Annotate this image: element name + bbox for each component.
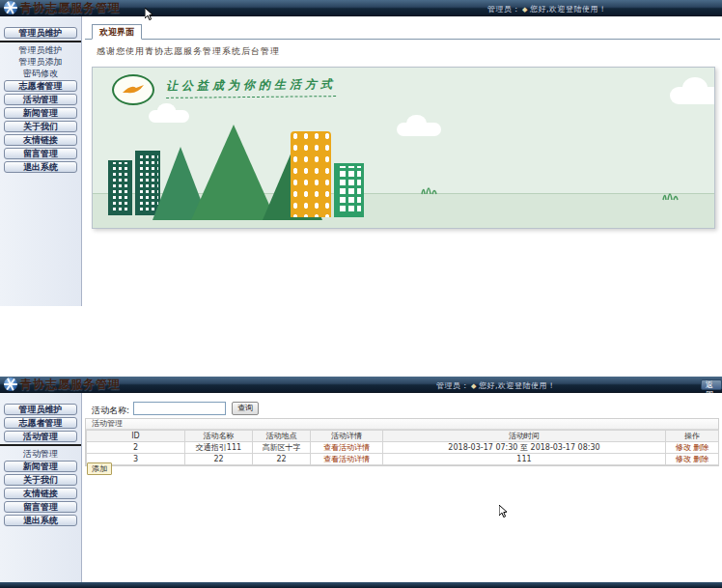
bottom-header-bar: 青协志愿服务管理 管理员：◆您好,欢迎登陆使用！ 返回 — [0, 377, 722, 393]
yellow-building-icon — [291, 131, 331, 217]
admin-label: 管理员： — [487, 5, 520, 14]
add-button[interactable]: 添加 — [87, 462, 112, 475]
sidebar-item-message-management[interactable]: 留言管理 — [4, 501, 77, 513]
mouse-cursor-icon — [145, 8, 154, 21]
sidebar-item-friendly-links[interactable]: 友情链接 — [4, 488, 77, 499]
sidebar-screen1: 管理员维护 管理员维护 管理员添加 密码修改 志愿者管理 活动管理 新闻管理 关… — [0, 16, 82, 306]
sidebar-active-separator — [0, 444, 81, 446]
app-logo-globe-icon — [4, 378, 17, 391]
col-header-activity-detail: 活动详情 — [311, 431, 383, 442]
view-detail-link[interactable]: 查看活动详情 — [323, 443, 370, 452]
query-button[interactable]: 查询 — [232, 402, 259, 415]
admin-label: 管理员： — [436, 381, 469, 390]
delete-link[interactable]: 删除 — [693, 455, 708, 463]
mouse-cursor-icon — [499, 505, 509, 518]
greeting-bullet-icon: ◆ — [522, 6, 528, 14]
col-header-activity-time: 活动时间 — [383, 431, 666, 442]
page: 青协志愿服务管理 管理员：◆您好,欢迎登陆使用！ 管理员维护 管理员维护 管理员… — [0, 0, 722, 588]
activity-table-panel: 活动管理 ID 活动名称 活动地点 活动详情 活动时间 操作 2 交通指引111… — [85, 418, 719, 466]
sidebar-item-about-us[interactable]: 关于我们 — [4, 121, 77, 132]
cloud-icon — [670, 87, 715, 104]
cell-activity-name: 交通指引111 — [185, 442, 253, 454]
cell-activity-time: 111 — [383, 454, 666, 465]
banner-slogan: 让公益成为你的生活方式 — [166, 76, 336, 98]
sidebar-sub-admin-maintain[interactable]: 管理员维护 — [0, 44, 81, 56]
sidebar-active-separator — [0, 41, 81, 42]
admin-greeting: 管理员：◆您好,欢迎登陆使用！ — [487, 4, 606, 14]
sidebar-item-admin-maintenance[interactable]: 管理员维护 — [4, 27, 77, 39]
sidebar-item-news-management[interactable]: 新闻管理 — [4, 107, 77, 119]
table-row: 3 22 22 查看活动详情 111 修改 删除 — [87, 454, 719, 465]
welcome-text: 感谢您使用青协志愿服务管理系统后台管理 — [97, 45, 280, 58]
table-header-row: ID 活动名称 活动地点 活动详情 活动时间 操作 — [87, 431, 719, 442]
view-detail-link[interactable]: 查看活动详情 — [323, 455, 370, 463]
app-title: 青协志愿服务管理 — [20, 0, 121, 16]
sidebar-item-activity-management[interactable]: 活动管理 — [4, 431, 77, 442]
cell-activity-place: 22 — [253, 454, 311, 465]
col-header-id: ID — [87, 431, 185, 442]
sidebar-sub-admin-add[interactable]: 管理员添加 — [0, 56, 81, 68]
sidebar-sub-password-change[interactable]: 密码修改 — [0, 68, 81, 79]
grass-tuft-icon — [660, 187, 680, 201]
col-header-operations: 操作 — [666, 431, 719, 442]
greeting-text: 您好,欢迎登陆使用！ — [479, 381, 556, 390]
activity-table: ID 活动名称 活动地点 活动详情 活动时间 操作 2 交通指引111 高新区十… — [86, 430, 719, 465]
cell-activity-place: 高新区十字 — [253, 442, 311, 454]
col-header-activity-name: 活动名称 — [185, 431, 253, 442]
cell-id: 2 — [87, 442, 185, 454]
app-logo-globe-icon — [4, 1, 17, 14]
sidebar-item-friendly-links[interactable]: 友情链接 — [4, 134, 77, 146]
banner-ellipse-logo-icon — [112, 74, 154, 105]
sidebar-item-volunteer-management[interactable]: 志愿者管理 — [4, 80, 77, 92]
dark-building-icon — [108, 160, 132, 215]
delete-link[interactable]: 删除 — [693, 443, 708, 452]
admin-greeting: 管理员：◆您好,欢迎登陆使用！ — [436, 380, 555, 391]
sidebar-item-message-management[interactable]: 留言管理 — [4, 148, 77, 159]
cell-activity-detail: 查看活动详情 — [311, 454, 383, 465]
tab-underline — [85, 39, 720, 40]
sidebar-sub-activity-management[interactable]: 活动管理 — [0, 448, 81, 460]
table-row: 2 交通指引111 高新区十字 查看活动详情 2018-03-17 07:30 … — [87, 442, 719, 454]
orange-swoosh-icon — [123, 85, 144, 93]
edit-link[interactable]: 修改 — [676, 455, 691, 463]
search-label: 活动名称: — [92, 405, 129, 417]
top-header-bar: 青协志愿服务管理 管理员：◆您好,欢迎登陆使用！ — [0, 0, 722, 16]
tab-welcome[interactable]: 欢迎界面 — [92, 24, 142, 40]
back-button[interactable]: 返回 — [701, 379, 722, 390]
sidebar-item-admin-maintenance[interactable]: 管理员维护 — [4, 404, 77, 415]
cloud-icon — [149, 110, 189, 123]
cloud-icon — [397, 123, 441, 136]
greeting-bullet-icon: ◆ — [471, 382, 477, 390]
cell-operations: 修改 删除 — [666, 442, 719, 454]
cell-activity-detail: 查看活动详情 — [311, 442, 383, 454]
panel-title: 活动管理 — [86, 419, 718, 430]
sidebar-item-news-management[interactable]: 新闻管理 — [4, 461, 77, 472]
cell-operations: 修改 删除 — [666, 454, 719, 465]
cell-activity-time: 2018-03-17 07:30 至 2018-03-17 08:30 — [383, 442, 666, 454]
grass-tuft-icon — [419, 182, 438, 195]
sidebar-item-logout[interactable]: 退出系统 — [4, 515, 77, 526]
edit-link[interactable]: 修改 — [676, 443, 691, 452]
footer-bar — [0, 582, 722, 588]
sidebar-item-about-us[interactable]: 关于我们 — [4, 474, 77, 486]
sidebar-item-volunteer-management[interactable]: 志愿者管理 — [4, 417, 77, 429]
welcome-banner-illustration: 让公益成为你的生活方式 — [92, 67, 715, 229]
sidebar-item-activity-management[interactable]: 活动管理 — [4, 94, 77, 105]
green-building-icon — [334, 163, 364, 217]
cell-activity-name: 22 — [185, 454, 253, 465]
sidebar-item-logout[interactable]: 退出系统 — [4, 161, 77, 173]
greeting-text: 您好,欢迎登陆使用！ — [530, 5, 607, 14]
sidebar-screen2: 管理员维护 志愿者管理 活动管理 活动管理 新闻管理 关于我们 友情链接 留言管… — [0, 393, 82, 582]
col-header-activity-place: 活动地点 — [253, 431, 311, 442]
app-title: 青协志愿服务管理 — [20, 377, 121, 393]
activity-name-search-input[interactable] — [133, 402, 226, 415]
